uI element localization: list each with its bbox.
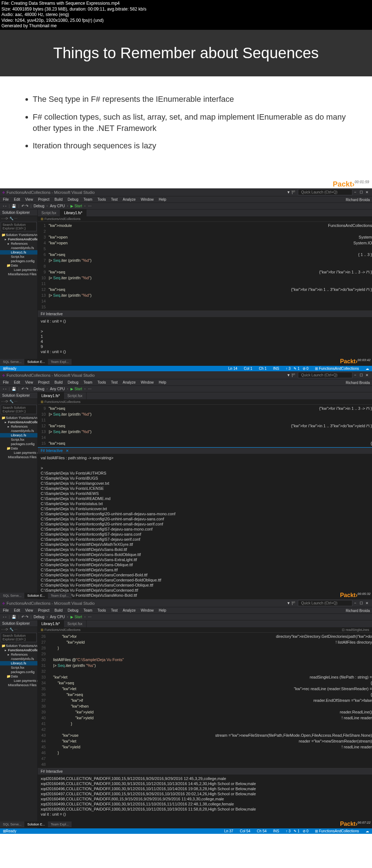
menu-help[interactable]: Help: [159, 197, 166, 201]
solution-tree[interactable]: 📁Solution 'FunctionsAndCollections' (...…: [0, 415, 37, 460]
tree-item[interactable]: 📁Solution 'FunctionsAndCollections' (...: [0, 416, 37, 420]
save-icon[interactable]: 💾: [12, 204, 16, 208]
tree-item[interactable]: ▸FunctionsAndCollections: [0, 648, 37, 652]
solution-search-input[interactable]: Search Solution Explorer (Ctrl+;): [1, 222, 37, 231]
notification-icon[interactable]: ▼ 🏴: [287, 601, 296, 605]
menu-view[interactable]: View: [25, 380, 33, 384]
menu-test[interactable]: Test: [111, 380, 118, 384]
menu-team[interactable]: Team: [84, 380, 92, 384]
nav-back-icon[interactable]: ◦ ◦: [3, 387, 7, 391]
menu-help[interactable]: Help: [159, 380, 166, 384]
undo-icon[interactable]: ↶ ↷: [21, 615, 28, 619]
menu-window[interactable]: Window: [141, 197, 154, 201]
start-button[interactable]: ▶ Start: [70, 387, 82, 391]
config-cpu[interactable]: Any CPU: [50, 387, 65, 391]
menu-project[interactable]: Project: [38, 380, 49, 384]
status-publish-icon[interactable]: ☁: [365, 829, 369, 833]
tree-item[interactable]: 📁Data: [0, 263, 37, 268]
menu-edit[interactable]: Edit: [14, 608, 20, 612]
tree-item[interactable]: Library1.fs: [0, 433, 37, 437]
start-button[interactable]: ▶ Start: [70, 615, 82, 619]
tree-item[interactable]: packages.config: [0, 670, 37, 674]
window-controls[interactable]: −☐✕: [352, 601, 370, 605]
tab-library[interactable]: Library1.fs*: [38, 392, 64, 399]
menu-test[interactable]: Test: [111, 608, 118, 612]
menubar[interactable]: FileEditViewProjectBuildDebugTeamToolsTe…: [0, 196, 372, 203]
tab-solution[interactable]: Solution E...: [24, 359, 48, 365]
solution-tree[interactable]: 📁Solution 'FunctionsAndCollections' (...…: [0, 643, 37, 688]
tree-item[interactable]: ▸References: [0, 241, 37, 246]
editor-tabs[interactable]: Script.fsx Library1.fs*: [38, 209, 372, 216]
config-debug[interactable]: Debug: [33, 387, 44, 391]
tree-item[interactable]: AssemblyInfo.fs: [0, 657, 37, 661]
menu-tools[interactable]: Tools: [97, 608, 106, 612]
quick-launch-input[interactable]: Quick Launch (Ctrl+Q): [298, 189, 352, 195]
config-debug[interactable]: Debug: [33, 615, 44, 619]
more-icon[interactable]: ⋯: [88, 387, 92, 391]
solution-search-input[interactable]: Search Solution Explorer (Ctrl+;): [1, 405, 37, 414]
quick-launch-input[interactable]: Quick Launch (Ctrl+Q): [298, 600, 352, 606]
breadcrumb[interactable]: ⊞ FunctionsAndCollections: [38, 399, 372, 405]
tree-item[interactable]: Loan payments data.csv: [0, 268, 37, 272]
solution-toolbar[interactable]: ◦ ◦ ⟳ 🔧 ⋯: [0, 399, 37, 404]
tab-sql[interactable]: SQL Serve...: [0, 593, 24, 599]
tree-item[interactable]: Script.fsx: [0, 255, 37, 259]
menu-build[interactable]: Build: [54, 608, 62, 612]
menu-analyze[interactable]: Analyze: [123, 380, 136, 384]
menu-analyze[interactable]: Analyze: [123, 608, 136, 612]
menu-build[interactable]: Build: [54, 380, 62, 384]
tab-library[interactable]: Library1.fs*: [38, 620, 64, 627]
menu-tools[interactable]: Tools: [97, 380, 106, 384]
user-name[interactable]: Richard Broida: [346, 198, 370, 202]
nav-back-icon[interactable]: ◦ ◦: [3, 204, 7, 208]
menu-window[interactable]: Window: [141, 608, 154, 612]
tree-item[interactable]: Miscellaneous Files: [0, 683, 37, 687]
tab-library[interactable]: Library1.fs*: [60, 209, 86, 216]
notification-icon[interactable]: ▼ 🏴: [287, 373, 296, 377]
tree-item[interactable]: 📁Solution 'FunctionsAndCollections' (...: [0, 644, 37, 648]
start-button[interactable]: ▶ Start: [70, 204, 82, 208]
menu-build[interactable]: Build: [54, 197, 62, 201]
tree-item[interactable]: packages.config: [0, 442, 37, 446]
tree-item[interactable]: 📁Data: [0, 674, 37, 679]
menu-project[interactable]: Project: [38, 197, 49, 201]
menu-edit[interactable]: Edit: [14, 197, 20, 201]
menu-window[interactable]: Window: [141, 380, 154, 384]
config-debug[interactable]: Debug: [33, 204, 44, 208]
menu-tools[interactable]: Tools: [97, 197, 106, 201]
fsharp-interactive[interactable]: F# Interactive val it : unit = () > 1 4 …: [38, 311, 372, 366]
editor-tabs[interactable]: Library1.fs* Script.fsx: [38, 620, 372, 627]
menu-debug[interactable]: Debug: [68, 608, 78, 612]
menubar[interactable]: FileEditViewProjectBuildDebugTeamToolsTe…: [0, 379, 372, 386]
tree-item[interactable]: Miscellaneous Files: [0, 455, 37, 459]
window-controls[interactable]: −☐✕: [352, 190, 370, 194]
tree-item[interactable]: Script.fsx: [0, 665, 37, 670]
solution-tree[interactable]: 📁Solution 'FunctionsAndCollections' (...…: [0, 232, 37, 277]
menu-debug[interactable]: Debug: [68, 380, 78, 384]
tab-team[interactable]: Team Expl...: [48, 359, 72, 365]
tree-item[interactable]: Loan payments data.csv: [0, 679, 37, 683]
menu-test[interactable]: Test: [111, 197, 118, 201]
tree-item[interactable]: ▸FunctionsAndCollections: [0, 237, 37, 241]
tree-item[interactable]: ▸FunctionsAndCollections: [0, 420, 37, 424]
tree-item[interactable]: Library1.fs: [0, 661, 37, 665]
tab-sql[interactable]: SQL Serve...: [0, 359, 24, 365]
breadcrumb[interactable]: ⊞ FunctionsAndCollections: [38, 216, 372, 222]
save-icon[interactable]: 💾: [12, 387, 16, 391]
config-cpu[interactable]: Any CPU: [50, 615, 65, 619]
tab-solution[interactable]: Solution E...: [24, 821, 48, 827]
solution-toolbar[interactable]: ◦ ◦ ⟳ 🔧 ⋯: [0, 627, 37, 632]
save-icon[interactable]: 💾: [12, 615, 16, 619]
tab-sql[interactable]: SQL Serve...: [0, 821, 24, 827]
menu-team[interactable]: Team: [84, 197, 92, 201]
tree-item[interactable]: Script.fsx: [0, 437, 37, 442]
tab-script[interactable]: Script.fsx: [38, 209, 60, 216]
toolbar[interactable]: ◦ ◦| 💾| ↶ ↷| Debug• Any CPU• ▶ Start• ⋯: [0, 203, 372, 209]
breadcrumb-method[interactable]: ⊡ readSingleLines: [342, 628, 369, 632]
tree-item[interactable]: AssemblyInfo.fs: [0, 246, 37, 250]
status-project[interactable]: ⊞ FunctionsAndCollections: [315, 367, 359, 371]
bottom-tabs[interactable]: SQL Serve... Solution E... Team Expl...: [0, 593, 72, 599]
tree-item[interactable]: ▸References: [0, 652, 37, 657]
user-name[interactable]: Richard Broida: [346, 609, 370, 613]
menu-debug[interactable]: Debug: [68, 197, 78, 201]
